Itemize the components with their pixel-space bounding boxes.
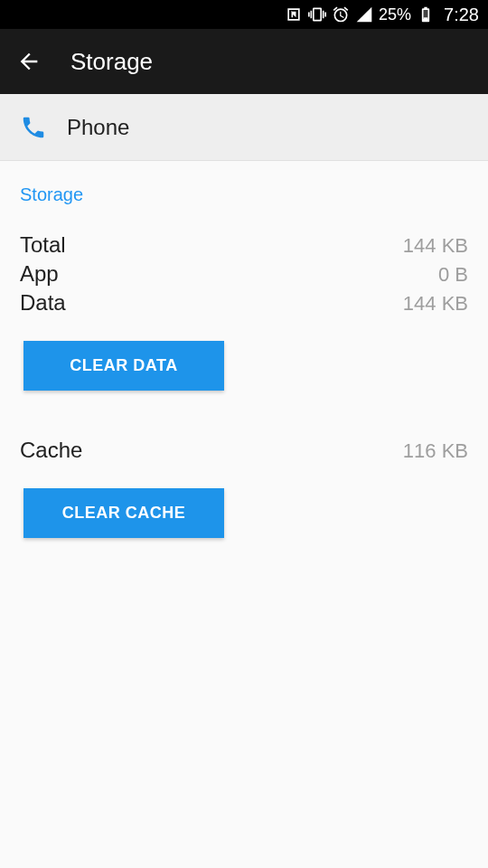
- total-value: 144 KB: [403, 234, 468, 258]
- app-value: 0 B: [438, 263, 468, 287]
- app-label: App: [20, 261, 59, 287]
- app-bar: Storage: [0, 29, 488, 94]
- row-cache: Cache 116 KB: [20, 438, 468, 463]
- row-app: App 0 B: [20, 261, 468, 287]
- signal-icon: [355, 5, 373, 24]
- row-total: Total 144 KB: [20, 232, 468, 258]
- cache-value: 116 KB: [403, 439, 468, 463]
- clear-data-button[interactable]: CLEAR DATA: [23, 341, 224, 391]
- battery-percent: 25%: [379, 5, 411, 24]
- cache-label: Cache: [20, 438, 82, 463]
- vibrate-icon: [308, 5, 326, 24]
- battery-icon: [417, 5, 435, 24]
- nfc-icon: [285, 5, 303, 24]
- row-data: Data 144 KB: [20, 290, 468, 316]
- clear-cache-button[interactable]: CLEAR CACHE: [23, 488, 224, 538]
- phone-icon: [20, 114, 47, 141]
- page-title: Storage: [70, 48, 153, 76]
- section-title-storage: Storage: [20, 184, 468, 205]
- total-label: Total: [20, 232, 66, 258]
- data-value: 144 KB: [403, 292, 468, 316]
- alarm-icon: [332, 5, 350, 24]
- status-bar: 25% 7:28: [0, 0, 488, 29]
- clock-time: 7:28: [444, 5, 479, 25]
- app-info-row[interactable]: Phone: [0, 94, 488, 161]
- app-name: Phone: [67, 115, 129, 140]
- back-icon[interactable]: [16, 49, 42, 74]
- content-area: Storage Total 144 KB App 0 B Data 144 KB…: [0, 161, 488, 538]
- data-label: Data: [20, 290, 66, 316]
